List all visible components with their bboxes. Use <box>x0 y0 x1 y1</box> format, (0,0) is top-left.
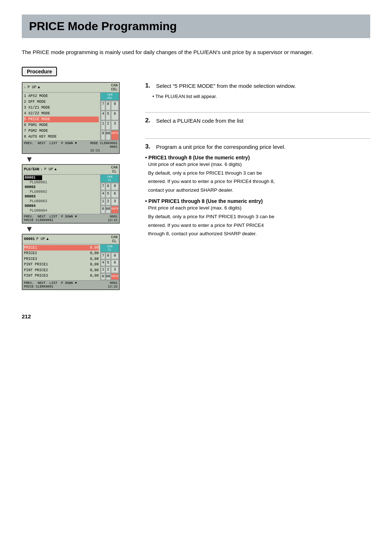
s2-key4: 4 <box>101 191 105 198</box>
right-column: 1. Select “5 PRICE MODE” from the mode s… <box>134 82 370 292</box>
s3-cancel-key: CANCL <box>101 244 119 252</box>
s2-cl: CL <box>112 170 117 174</box>
arrow-indicator-2: ▼ <box>22 225 134 233</box>
s1-item5: 5 PRICE MODE <box>24 117 99 122</box>
s1-can: CAN <box>111 83 118 87</box>
s3-cel: CL <box>112 239 117 243</box>
s3-price3: PRICE3 0,00 <box>24 256 99 262</box>
s2-footer: PREV. NEXT LIST P DOWN ▼ PRICE CLERK0001… <box>23 214 119 223</box>
step1-num: 1. <box>145 82 153 89</box>
step2-title: Select a PLU/EAN code from the list <box>156 117 244 125</box>
s1-key0: 0 <box>101 130 105 140</box>
divider2 <box>145 138 370 139</box>
s3-key7: 7 <box>101 253 105 259</box>
s1-footer-right: MODE CLERK0001 0001 12:21 <box>90 142 118 152</box>
s1-key5: 5 <box>106 111 111 120</box>
s3-key1: 1 <box>101 266 105 273</box>
s1-footer-nav: PREV. NEXT LIST P DOWN ▼ <box>24 142 77 152</box>
s1-pup: P UP <box>28 85 36 89</box>
s3-key5: 5 <box>106 260 111 266</box>
s2-key5: 5 <box>106 191 111 198</box>
step3-bullet1: • PRICE1 through 8 (Use the numeric entr… <box>145 155 370 194</box>
s3-pint-price2: PINT PRICE2 0,00 <box>24 268 99 273</box>
s2-footer-time: 0001 12:21 <box>108 215 118 222</box>
s3-keypad: CANCL 7 8 9 4 5 6 1 2 3 0 00 ENTR <box>100 244 119 280</box>
s2-plu4: 00004 <box>24 204 99 208</box>
s3-pint-price1: PINT PRICE1 0,00 <box>24 262 99 268</box>
s2-list: 00001 PLU00001 00002 PLU00002 00003 <box>23 175 100 214</box>
s1-arrow-down: ↓ <box>24 85 26 89</box>
intro-text: The PRICE mode programming is mainly use… <box>22 48 370 57</box>
step1-sub: • The PLU/EAN list will appear. <box>152 94 370 99</box>
screen3: 00001 P UP ▲ CAN CL PRICE1 0.00 PRICE2 <box>22 234 120 290</box>
s1-key9: 9 <box>111 101 119 110</box>
step2-num: 2. <box>145 117 153 124</box>
s1-item7: 7 PGM2 MODE <box>24 128 99 134</box>
s1-key3: 3 <box>111 121 119 130</box>
s3-key8: 8 <box>106 253 111 259</box>
step1-title: Select “5 PRICE MODE” from the mode sele… <box>156 82 296 90</box>
s2-label: PLU/EAN <box>24 167 39 171</box>
s3-key4: 4 <box>101 260 105 266</box>
step2: 2. Select a PLU/EAN code from the list <box>145 117 370 125</box>
s3-pint-price3: PINT PRICE3 0,00 <box>24 273 99 279</box>
s2-pup: P UP <box>44 167 53 171</box>
step3-bullet2-title: • PINT PRICE1 through 8 (Use the numeric… <box>145 198 370 204</box>
s3-key3: 3 <box>111 266 119 273</box>
s3-pup: P UP <box>36 237 45 241</box>
s3-key2: 2 <box>106 266 111 273</box>
s3-key00: 00 <box>106 273 111 280</box>
step3-title: Program a unit price for the correspondi… <box>156 143 286 151</box>
s3-key0: 0 <box>101 273 105 280</box>
s1-arrow-up: ▲ <box>38 85 40 89</box>
step3-bullet1-title: • PRICE1 through 8 (Use the numeric entr… <box>145 155 370 160</box>
s1-key7: 7 <box>101 101 105 110</box>
s1-footer: PREV. NEXT LIST P DOWN ▼ MODE CLERK0001 … <box>23 140 119 153</box>
s1-key4: 4 <box>101 111 105 120</box>
step3-bullet2-body: Pint price of each price level (max. 6 d… <box>148 204 370 237</box>
s1-key1: 1 <box>101 121 105 130</box>
s1-cel: CEL <box>111 87 118 91</box>
s2-plu4-name: PLU00004 <box>24 208 99 213</box>
s1-keyentr: ENTR <box>111 130 119 140</box>
s2-plu1-name: PLU00001 <box>24 180 99 185</box>
page-number: 212 <box>22 313 370 319</box>
s2-key1: 1 <box>101 198 105 205</box>
s3-key6: 6 <box>111 260 119 266</box>
s2-key6: 6 <box>111 191 119 198</box>
s1-key8: 8 <box>106 101 111 110</box>
s1-key6: 6 <box>111 111 119 120</box>
s1-item8: 8 AUTO KEY MODE <box>24 134 99 140</box>
s2-plu2: 00002 <box>24 185 99 190</box>
step1: 1. Select “5 PRICE MODE” from the mode s… <box>145 82 370 99</box>
s1-item6: 6 PGM1 MODE <box>24 122 99 128</box>
s1-list: 1 APX2 MODE 2 OFF MODE 3 X1/Z1 MODE 4 X2… <box>23 93 100 140</box>
s2-key3: 3 <box>111 198 119 205</box>
s2-can: CAN <box>111 166 118 170</box>
s1-cancel-key: CAN CEL <box>101 93 119 101</box>
s3-code: 00001 <box>24 237 35 241</box>
s3-footer-nav: PREV. NEXT LIST P DOWN ▼ <box>24 281 77 285</box>
step3-num: 3. <box>145 143 153 150</box>
s2-key9: 9 <box>111 183 119 190</box>
s2-plu3-name: PLU00003 <box>24 199 99 204</box>
s1-keypad: CAN CEL 7 8 9 4 5 6 1 2 3 0 00 <box>100 93 119 140</box>
s2-key00: 00 <box>106 206 111 213</box>
s3-arrow-up: ▲ <box>46 237 49 241</box>
s2-plu2-name: PLU00002 <box>24 190 99 194</box>
divider1 <box>145 112 370 113</box>
s2-key0: 0 <box>101 206 105 213</box>
s1-key2: 2 <box>106 121 111 130</box>
s2-cancel-key: CANCL <box>101 175 119 183</box>
s3-key9: 9 <box>111 253 119 259</box>
procedure-badge: Procedure <box>22 67 57 76</box>
s3-price1: PRICE1 0.00 <box>24 245 99 251</box>
s2-footer-nav: PREV. NEXT LIST P DOWN ▼ <box>24 215 77 219</box>
s1-item2: 2 OFF MODE <box>24 99 99 105</box>
s2-arrow-up: ▲ <box>54 167 57 171</box>
s2-arrow-down: ↓ <box>41 167 43 171</box>
s3-footer-time: 0001 12:22 <box>108 281 118 289</box>
s1-item3: 3 X1/Z1 MODE <box>24 105 99 111</box>
s3-footer: PREV. NEXT LIST P DOWN ▼ PRICE CLERK0001… <box>23 280 119 289</box>
s3-keyentr: ENTR <box>111 273 119 280</box>
